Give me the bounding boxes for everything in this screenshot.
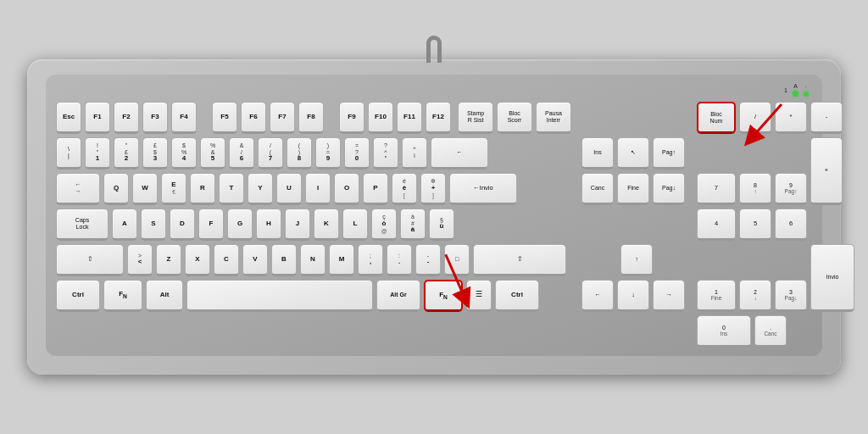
key-d[interactable]: D (170, 209, 195, 241)
key-arrow-left[interactable]: ← (581, 280, 614, 312)
key-stamp[interactable]: StampR Sist (458, 102, 493, 134)
key-f10[interactable]: F10 (368, 102, 393, 134)
key-enter[interactable]: ←Invio (449, 173, 517, 205)
key-f11[interactable]: F11 (397, 102, 422, 134)
key-q[interactable]: Q (103, 173, 129, 205)
a-indicator: A (793, 83, 798, 97)
key-num-9[interactable]: 9Pag↑ (775, 173, 807, 205)
key-o[interactable]: O (334, 173, 359, 205)
key-num-minus[interactable]: - (810, 102, 843, 134)
key-9[interactable]: )=9 (315, 137, 341, 170)
key-f3[interactable]: F3 (142, 102, 168, 134)
key-t[interactable]: T (219, 173, 244, 205)
key-n[interactable]: N (300, 244, 326, 276)
key-k[interactable]: K (314, 209, 339, 241)
key-z[interactable]: Z (156, 244, 181, 276)
key-arrow-right[interactable]: → (653, 280, 685, 312)
key-f9[interactable]: F9 (339, 102, 364, 134)
key-7[interactable]: /(7 (258, 137, 283, 170)
key-j[interactable]: J (285, 209, 310, 241)
key-num-6[interactable]: 6 (775, 209, 807, 241)
key-num-3[interactable]: 3Pag↓ (775, 280, 807, 312)
key-space[interactable] (186, 280, 373, 312)
key-arrow-up[interactable]: ↑ (620, 244, 653, 276)
key-6[interactable]: &/6 (229, 137, 254, 170)
key-backslash[interactable]: \| (56, 137, 81, 170)
key-f2[interactable]: F2 (114, 102, 139, 134)
key-esc[interactable]: Esc (56, 102, 81, 134)
key-1[interactable]: !"1 (85, 137, 110, 170)
key-2[interactable]: "£2 (114, 137, 139, 170)
key-r[interactable]: R (190, 173, 215, 205)
key-y[interactable]: Y (248, 173, 273, 205)
key-pgdn[interactable]: Pag↓ (653, 173, 685, 205)
key-l[interactable]: L (342, 209, 368, 241)
key-0[interactable]: =?0 (344, 137, 370, 170)
key-fine[interactable]: Fine (617, 173, 649, 205)
key-altgr[interactable]: Alt Gr (376, 280, 420, 312)
key-shift-left[interactable]: ⇧ (56, 244, 124, 276)
key-f[interactable]: F (198, 209, 224, 241)
key-home[interactable]: ↖ (617, 137, 649, 170)
key-i[interactable]: I (305, 173, 331, 205)
key-a-grave[interactable]: à#à (400, 209, 426, 241)
key-canc[interactable]: Canc (581, 173, 614, 205)
key-tab[interactable]: ←→ (56, 173, 100, 205)
key-e[interactable]: E€ (161, 173, 186, 205)
key-num-dot[interactable]: .Canc (754, 315, 787, 348)
key-period[interactable]: :. (387, 244, 412, 276)
key-apostrophe[interactable]: ?^' (373, 137, 398, 170)
key-s[interactable]: S (141, 209, 166, 241)
key-u[interactable]: U (276, 173, 302, 205)
key-f6[interactable]: F6 (241, 102, 266, 134)
key-p[interactable]: P (363, 173, 388, 205)
key-b[interactable]: B (271, 244, 297, 276)
key-x[interactable]: X (185, 244, 210, 276)
key-num-5[interactable]: 5 (739, 209, 771, 241)
key-w[interactable]: W (132, 173, 158, 205)
key-pgup[interactable]: Pag↑ (653, 137, 685, 170)
key-a[interactable]: A (112, 209, 137, 241)
num-label: 1 (784, 87, 787, 93)
key-num-1[interactable]: 1Fine (697, 280, 736, 312)
key-num-plus[interactable]: + (810, 137, 843, 205)
key-num-enter[interactable]: Invio (810, 244, 854, 312)
key-num-8[interactable]: 8↑ (739, 173, 771, 205)
key-3[interactable]: £$3 (142, 137, 168, 170)
key-plus[interactable]: ✲+] (420, 173, 446, 205)
key-o-grave[interactable]: çò@ (371, 209, 397, 241)
key-comma[interactable]: ;, (358, 244, 383, 276)
key-num-4[interactable]: 4 (697, 209, 736, 241)
key-f1[interactable]: F1 (85, 102, 110, 134)
key-ctrl-right[interactable]: Ctrl (495, 280, 539, 312)
key-5[interactable]: %&5 (200, 137, 225, 170)
key-section[interactable]: §ù (429, 209, 454, 241)
key-f7[interactable]: F7 (270, 102, 295, 134)
key-bloc-scorr[interactable]: BlocScorr (497, 102, 532, 134)
key-f8[interactable]: F8 (298, 102, 324, 134)
key-i-grave[interactable]: ^ì (402, 137, 427, 170)
key-ctrl-left[interactable]: Ctrl (56, 280, 100, 312)
key-8[interactable]: ()8 (287, 137, 312, 170)
key-fn-left[interactable]: FN (103, 280, 142, 312)
key-num-2[interactable]: 2↓ (739, 280, 771, 312)
key-f12[interactable]: F12 (426, 102, 451, 134)
key-h[interactable]: H (256, 209, 281, 241)
key-f4[interactable]: F4 (171, 102, 197, 134)
key-ins[interactable]: Ins (581, 137, 614, 170)
key-m[interactable]: M (329, 244, 354, 276)
key-backspace[interactable]: ← (431, 137, 488, 170)
key-4[interactable]: $%4 (171, 137, 197, 170)
key-g[interactable]: G (227, 209, 253, 241)
key-v[interactable]: V (242, 244, 268, 276)
key-c[interactable]: C (214, 244, 239, 276)
key-arrow-down[interactable]: ↓ (617, 280, 649, 312)
key-caps-lock[interactable]: CapsLock (56, 209, 108, 241)
key-pausa[interactable]: PausaInterr (536, 102, 571, 134)
key-angle[interactable]: >< (127, 244, 153, 276)
key-alt[interactable]: Alt (146, 280, 183, 312)
key-num-7[interactable]: 7 (697, 173, 736, 205)
key-f5[interactable]: F5 (212, 102, 237, 134)
key-e-grave[interactable]: éè[ (392, 173, 417, 205)
key-num-0[interactable]: 0Ins (697, 315, 751, 348)
